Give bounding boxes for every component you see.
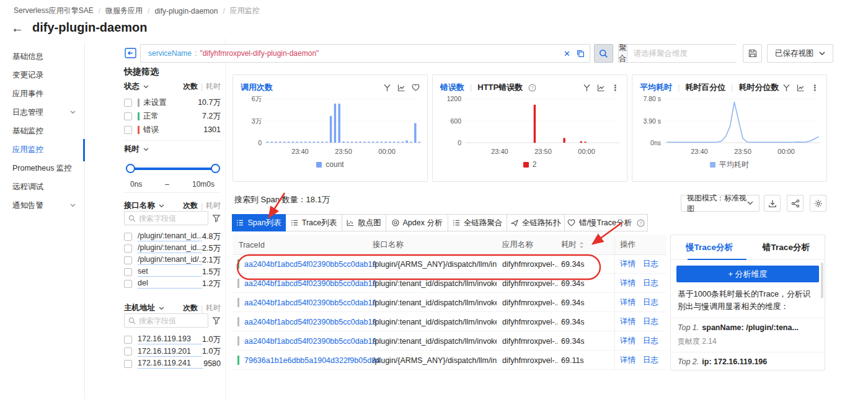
status-filter-label[interactable]: 状态 [124, 81, 149, 92]
table-row[interactable]: 79636a1b1e6dbb5a1904d322f9b05d84 /plugin… [232, 351, 666, 370]
log-link[interactable]: 日志 [643, 297, 658, 308]
sidebar-item[interactable]: 日志管理 [0, 103, 84, 122]
checkbox[interactable] [124, 360, 132, 368]
filter-item-label[interactable]: 172.16.119.201 [138, 347, 202, 357]
sidebar-item[interactable]: 基础监控 [0, 122, 84, 140]
trace-id-link[interactable]: aa2404bf1abcd54f02390bb5cc0dab19 [244, 331, 376, 351]
sort-icon[interactable] [579, 241, 584, 249]
more-icon[interactable]: ⋮ [811, 83, 819, 92]
log-link[interactable]: 日志 [643, 278, 658, 289]
tab-active-span-view[interactable]: Span列表 [232, 214, 286, 231]
breadcrumb-item[interactable]: dify-plugin-daemon [154, 7, 218, 16]
table-row[interactable]: aa2404bf1abcd54f02390bb5cc0dab19 /plugin… [232, 254, 666, 274]
filter-item-label[interactable]: 错误 [143, 125, 203, 135]
column-header[interactable]: 耗时 [561, 235, 584, 255]
table-row[interactable]: aa2404bf1abcd54f02390bb5cc0dab19 /plugin… [232, 293, 666, 312]
chart-metric-tab[interactable]: 平均耗时 [640, 82, 672, 93]
chart-metric-tab[interactable]: 错误数 [440, 82, 464, 93]
download-button[interactable] [764, 195, 781, 212]
breadcrumb-item[interactable]: Serverless应用引擎SAE [14, 6, 94, 16]
aggregate-dimension-input[interactable] [627, 45, 740, 62]
checkbox[interactable] [124, 280, 132, 288]
saved-views-dropdown[interactable]: 已保存视图 [767, 44, 833, 63]
breadcrumb-item[interactable]: 应用监控 [230, 6, 260, 16]
sidebar-item[interactable]: Prometheus 监控 [0, 159, 84, 177]
duration-slider-track[interactable] [131, 168, 216, 170]
back-arrow-icon[interactable]: ← [11, 22, 24, 34]
sort-by-duration[interactable]: 耗时 [206, 303, 221, 313]
slider-handle-min[interactable] [126, 164, 135, 173]
slider-handle-max[interactable] [211, 164, 220, 173]
log-link[interactable]: 日志 [643, 355, 658, 365]
filter-item-label[interactable]: 172.16.119.193 [138, 334, 202, 344]
table-row[interactable]: aa2404bf1abcd54f02390bb5cc0dab19 /plugin… [232, 331, 666, 351]
checkbox[interactable] [124, 126, 132, 134]
help-icon[interactable]: ? [528, 84, 536, 92]
filter-funnel-icon[interactable] [212, 214, 221, 223]
detail-link[interactable]: 详情 [620, 297, 636, 308]
tab-span-view[interactable]: 错/慢Trace分析? [564, 214, 648, 231]
filter-item-label[interactable]: 172.16.119.241 [138, 359, 203, 369]
funnel-icon[interactable] [583, 84, 591, 92]
tab-span-view[interactable]: 散点图 [342, 214, 386, 231]
analysis-tab[interactable]: 错Trace分析 [748, 235, 825, 259]
view-mode-dropdown[interactable]: 视图模式：标准视图 [681, 195, 760, 212]
analysis-tab[interactable]: 慢Trace分析 [671, 235, 748, 259]
table-row[interactable]: aa2404bf1abcd54f02390bb5cc0dab19 /plugin… [232, 312, 666, 331]
clear-query-icon[interactable]: ✕ [564, 50, 570, 58]
query-collapse-icon[interactable] [125, 48, 136, 58]
funnel-icon[interactable] [383, 84, 391, 92]
filter-item-label[interactable]: /plugin/:tenant_id/... [138, 255, 202, 265]
heart-icon[interactable] [412, 84, 420, 91]
breadcrumb-item[interactable]: 微服务应用 [105, 6, 143, 16]
aggregate-label[interactable]: 聚合 [619, 45, 627, 62]
detail-link[interactable]: 详情 [620, 316, 636, 327]
checkbox[interactable] [124, 256, 132, 264]
detail-link[interactable]: 详情 [620, 336, 636, 346]
host-filter-search-input[interactable] [139, 316, 204, 325]
query-input[interactable]: serviceName:"difyhfmroxpvel-dify-plugin-… [140, 44, 590, 63]
log-link[interactable]: 日志 [643, 316, 658, 327]
search-button[interactable] [594, 44, 613, 63]
log-link[interactable]: 日志 [643, 259, 658, 269]
add-analysis-dimension-button[interactable]: + 分析维度 [676, 266, 819, 282]
tab-span-view[interactable]: Apdex 分析 [386, 214, 448, 231]
duration-filter-label[interactable]: 耗时 [124, 144, 149, 155]
sidebar-item[interactable]: 基础信息 [0, 47, 84, 66]
chart-legend[interactable]: 平均耗时 [640, 159, 819, 170]
chart-metric-tab[interactable]: 耗时百分位 [685, 82, 725, 93]
sidebar-item[interactable]: 变更记录 [0, 66, 84, 84]
sidebar-item[interactable]: 应用监控 [0, 140, 84, 159]
sidebar-item[interactable]: 通知告警 [0, 196, 84, 215]
table-row[interactable]: aa2404bf1abcd54f02390bb5cc0dab19 /plugin… [232, 274, 666, 293]
copy-icon[interactable] [577, 50, 585, 58]
filter-item-label[interactable]: 正常 [143, 111, 202, 122]
checkbox[interactable] [124, 268, 132, 276]
filter-funnel-icon[interactable] [212, 316, 221, 325]
host-filter-label[interactable]: 主机地址 [124, 303, 164, 313]
host-filter-search[interactable] [124, 313, 208, 328]
checkbox[interactable] [124, 347, 132, 356]
chart-metric-tab[interactable]: 调用次数 [241, 82, 273, 93]
trace-id-link[interactable]: aa2404bf1abcd54f02390bb5cc0dab19 [244, 293, 376, 312]
share-button[interactable] [787, 195, 804, 212]
trace-id-link[interactable]: 79636a1b1e6dbb5a1904d322f9b05d84 [244, 351, 380, 370]
detail-link[interactable]: 详情 [620, 278, 636, 289]
help-icon[interactable]: ? [637, 219, 645, 227]
sort-by-count[interactable]: 次数 [183, 81, 198, 92]
filter-item-label[interactable]: /plugin/:tenant_id... [138, 231, 202, 241]
chart-metric-tab[interactable]: 耗时分位数 [739, 82, 779, 93]
sort-by-count[interactable]: 次数 [183, 303, 198, 313]
checkbox[interactable] [124, 99, 132, 107]
log-link[interactable]: 日志 [643, 336, 658, 346]
checkbox[interactable] [124, 233, 132, 241]
detail-link[interactable]: 详情 [620, 259, 636, 269]
line-chart-icon[interactable] [397, 84, 405, 92]
tab-span-view[interactable]: 全链路拓扑 [507, 214, 565, 231]
more-icon[interactable]: ⋮ [611, 83, 619, 92]
filter-item-label[interactable]: 未设置 [143, 97, 198, 108]
sort-by-count[interactable]: 次数 [183, 200, 198, 211]
save-view-button[interactable] [743, 44, 762, 63]
interface-filter-search[interactable] [124, 211, 208, 225]
interface-filter-label[interactable]: 接口名称 [124, 200, 164, 211]
